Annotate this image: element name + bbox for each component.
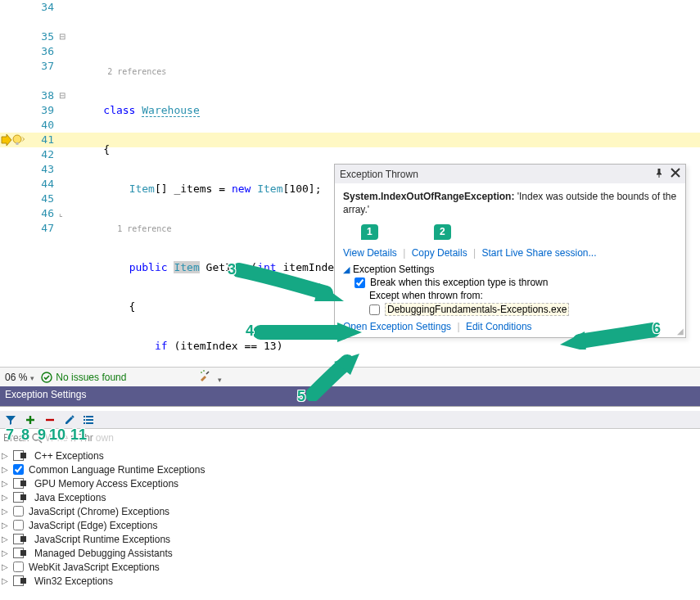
cleanup-icon[interactable]: ▾ bbox=[198, 369, 221, 385]
category-label: Managed Debugging Assistants bbox=[34, 548, 173, 559]
exception-settings-search[interactable]: Break When Thrown bbox=[0, 429, 700, 447]
svg-point-0 bbox=[13, 135, 21, 143]
edit-conditions-link[interactable]: Edit Conditions bbox=[466, 321, 532, 332]
except-module-name: DebuggingFundamentals-Exceptions.exe bbox=[385, 303, 569, 316]
exception-category-row[interactable]: ▷Java Exceptions bbox=[0, 490, 700, 504]
svg-rect-15 bbox=[86, 422, 93, 424]
annotation-7: 7 bbox=[6, 426, 14, 444]
expand-icon[interactable]: ▷ bbox=[2, 493, 11, 502]
category-label: GPU Memory Access Exceptions bbox=[34, 478, 178, 489]
svg-rect-10 bbox=[84, 416, 85, 417]
edit-icon[interactable] bbox=[62, 413, 77, 427]
exception-category-row[interactable]: ▷JavaScript (Edge) Exceptions bbox=[0, 518, 700, 532]
restore-list-icon[interactable] bbox=[82, 413, 97, 427]
annotation-10: 10 bbox=[49, 426, 65, 444]
svg-point-8 bbox=[201, 372, 202, 373]
add-icon[interactable] bbox=[23, 413, 38, 427]
exception-category-row[interactable]: ▷Win32 Exceptions bbox=[0, 574, 700, 588]
category-checkbox[interactable] bbox=[13, 562, 24, 572]
live-share-link[interactable]: Start Live Share session... bbox=[481, 247, 596, 259]
codelens-class[interactable]: 2 references bbox=[107, 67, 166, 76]
arrow-6 bbox=[557, 322, 663, 350]
exception-settings-toolbar bbox=[0, 411, 700, 429]
svg-rect-1 bbox=[16, 142, 19, 145]
exception-category-row[interactable]: ▷JavaScript Runtime Exceptions bbox=[0, 532, 700, 546]
arrow-5 bbox=[306, 352, 372, 401]
lightbulb-icon[interactable] bbox=[11, 133, 26, 148]
exception-category-row[interactable]: ▷Common Language Runtime Exceptions bbox=[0, 462, 700, 476]
resize-grip-icon[interactable]: ◢ bbox=[677, 327, 684, 336]
category-checkbox[interactable] bbox=[13, 506, 24, 517]
category-label: Common Language Runtime Exceptions bbox=[29, 464, 205, 476]
except-when-label: Except when thrown from: bbox=[369, 290, 677, 301]
arrow-4 bbox=[254, 321, 368, 345]
annotation-8: 8 bbox=[21, 426, 29, 444]
annotation-5: 5 bbox=[297, 388, 305, 405]
expand-icon[interactable]: ▷ bbox=[2, 562, 11, 571]
exception-categories-tree[interactable]: ▷C++ Exceptions▷Common Language Runtime … bbox=[0, 447, 700, 600]
check-icon bbox=[41, 372, 52, 383]
line-number-gutter: 34 35 36 37 38 39 40 41 42 43 44 45 46 4… bbox=[33, 0, 54, 236]
expand-icon[interactable]: ▷ bbox=[2, 451, 11, 460]
except-module-checkbox[interactable] bbox=[369, 305, 380, 315]
expand-icon[interactable]: ▷ bbox=[2, 548, 11, 557]
exception-category-row[interactable]: ▷C++ Exceptions bbox=[0, 449, 700, 462]
category-checkbox[interactable] bbox=[13, 464, 24, 475]
category-label: JavaScript Runtime Exceptions bbox=[34, 534, 170, 545]
svg-rect-14 bbox=[84, 422, 85, 424]
exception-category-row[interactable]: ▷Managed Debugging Assistants bbox=[0, 546, 700, 560]
category-checkbox[interactable] bbox=[13, 520, 24, 530]
category-label: WebKit JavaScript Exceptions bbox=[29, 562, 160, 573]
category-label: JavaScript (Chrome) Exceptions bbox=[29, 506, 169, 517]
annotation-1: 1 bbox=[361, 224, 378, 240]
category-label: Win32 Exceptions bbox=[34, 575, 113, 587]
annotation-3: 3 bbox=[228, 261, 236, 278]
exception-settings-label: Exception Settings bbox=[353, 264, 434, 275]
annotation-4: 4 bbox=[246, 323, 254, 340]
svg-marker-4 bbox=[337, 323, 362, 342]
annotation-9: 9 bbox=[38, 426, 46, 444]
expand-icon[interactable]: ▷ bbox=[2, 479, 11, 488]
exception-thrown-popup: Exception Thrown System.IndexOutOfRangeE… bbox=[334, 164, 686, 338]
codelens-method[interactable]: 1 reference bbox=[117, 224, 171, 233]
annotation-6: 6 bbox=[653, 320, 661, 337]
fold-margin[interactable]: ⊟ ⊟ ⌞ bbox=[59, 0, 70, 221]
zoom-level[interactable]: 06 %▾ bbox=[5, 372, 34, 383]
close-icon[interactable] bbox=[671, 169, 680, 180]
exception-category-row[interactable]: ▷JavaScript (Chrome) Exceptions bbox=[0, 504, 700, 518]
svg-rect-11 bbox=[86, 416, 93, 417]
health-indicator[interactable]: No issues found bbox=[41, 372, 126, 383]
arrow-3 bbox=[229, 260, 360, 309]
remove-icon[interactable] bbox=[43, 413, 57, 427]
category-label: JavaScript (Edge) Exceptions bbox=[29, 520, 157, 531]
svg-marker-6 bbox=[560, 332, 586, 350]
exception-category-row[interactable]: ▷GPU Memory Access Exceptions bbox=[0, 476, 700, 490]
break-when-thrown-label: Break when this exception type is thrown bbox=[370, 277, 548, 288]
svg-marker-3 bbox=[314, 283, 344, 301]
popup-title: Exception Thrown bbox=[340, 169, 649, 180]
expand-icon[interactable]: ▷ bbox=[2, 535, 11, 544]
view-details-link[interactable]: View Details bbox=[343, 247, 397, 259]
annotation-2: 2 bbox=[434, 224, 451, 240]
expand-icon[interactable]: ▷ bbox=[2, 507, 11, 516]
expand-icon[interactable]: ▷ bbox=[2, 465, 11, 474]
expand-icon[interactable]: ▷ bbox=[2, 576, 11, 585]
annotation-11: 11 bbox=[70, 426, 87, 444]
exception-message: System.IndexOutOfRangeException: 'Index … bbox=[343, 190, 677, 216]
category-label: C++ Exceptions bbox=[34, 450, 104, 462]
svg-rect-13 bbox=[86, 419, 93, 421]
svg-rect-12 bbox=[84, 419, 85, 421]
pin-icon[interactable] bbox=[654, 169, 666, 180]
category-label: Java Exceptions bbox=[34, 492, 106, 503]
expand-icon[interactable]: ▷ bbox=[2, 521, 11, 530]
copy-details-link[interactable]: Copy Details bbox=[412, 247, 467, 259]
exception-category-row[interactable]: ▷WebKit JavaScript Exceptions bbox=[0, 560, 700, 574]
filter-icon[interactable] bbox=[3, 413, 18, 427]
svg-point-9 bbox=[203, 370, 205, 372]
